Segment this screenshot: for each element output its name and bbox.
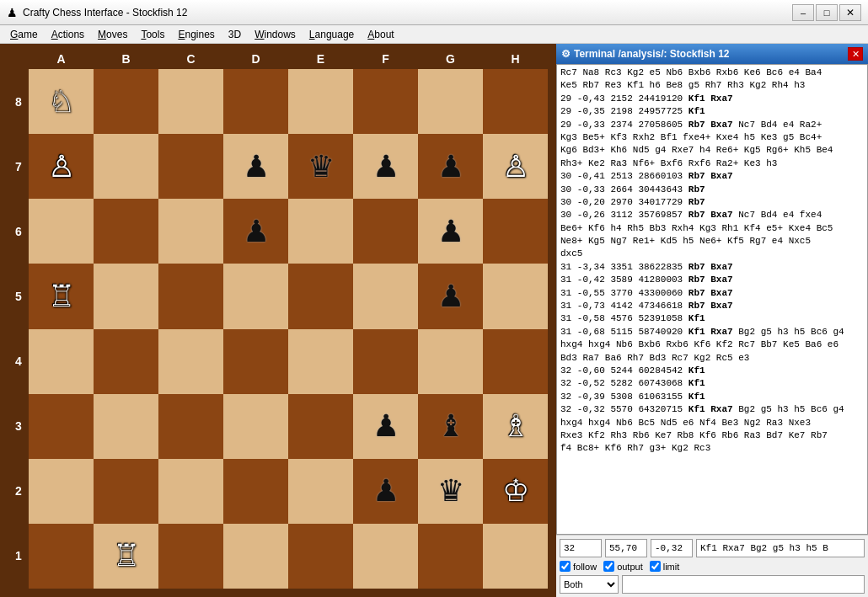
follow-checkbox[interactable] [560,561,571,572]
cell-b4[interactable] [94,329,158,394]
chess-board[interactable]: ♘♙♟♛♟♟♙♟♟♖♟♟♝♗♟♛♔♖ [29,69,548,589]
cell-b3[interactable] [94,394,158,459]
cell-d1[interactable] [223,524,288,589]
cell-b7[interactable] [94,134,158,199]
cell-a7[interactable]: ♙ [29,134,94,199]
cell-d3[interactable] [223,394,288,459]
cell-d8[interactable] [223,69,288,134]
piece-g2[interactable]: ♛ [437,476,464,506]
cell-f5[interactable] [353,264,418,328]
cell-b5[interactable] [94,264,158,328]
cell-f4[interactable] [353,329,418,394]
cell-h6[interactable] [483,199,548,264]
cell-g5[interactable]: ♟ [418,264,483,328]
piece-g3[interactable]: ♝ [437,411,464,441]
cell-g6[interactable]: ♟ [418,199,483,264]
piece-a5[interactable]: ♖ [48,281,75,312]
cell-g7[interactable]: ♟ [418,134,483,199]
cell-f7[interactable]: ♟ [353,134,418,199]
piece-h3[interactable]: ♗ [502,411,529,441]
cell-c4[interactable] [158,329,223,394]
cell-g2[interactable]: ♛ [418,459,483,524]
piece-d7[interactable]: ♟ [243,152,270,182]
cell-h2[interactable]: ♔ [483,459,548,524]
cell-d5[interactable] [223,264,288,328]
piece-f7[interactable]: ♟ [372,152,399,182]
cell-h1[interactable] [483,524,548,589]
piece-h7[interactable]: ♙ [502,152,529,182]
cell-c7[interactable] [158,134,223,199]
cell-c5[interactable] [158,264,223,328]
piece-a7[interactable]: ♙ [48,152,75,182]
side-select[interactable]: Both White Black [560,575,619,594]
menu-tools[interactable]: Tools [134,27,171,42]
cell-f1[interactable] [353,524,418,589]
piece-b1[interactable]: ♖ [113,541,140,571]
output-checkbox[interactable] [603,561,614,572]
move-text-input[interactable] [696,539,865,557]
maximize-button[interactable]: □ [816,4,838,21]
piece-h2[interactable]: ♔ [502,476,529,506]
depth-input[interactable] [560,539,602,557]
cell-d2[interactable] [223,459,288,524]
cell-a3[interactable] [29,394,94,459]
cell-e4[interactable] [288,329,353,394]
cell-c2[interactable] [158,459,223,524]
cell-b6[interactable] [94,199,158,264]
menu-language[interactable]: Language [303,27,361,42]
cell-g1[interactable] [418,524,483,589]
menu-3d[interactable]: 3D [222,27,248,42]
limit-checkbox-label[interactable]: limit [650,561,680,572]
menu-actions[interactable]: Actions [45,27,91,42]
cell-e1[interactable] [288,524,353,589]
piece-g7[interactable]: ♟ [437,152,464,182]
cell-b1[interactable]: ♖ [94,524,158,589]
piece-d6[interactable]: ♟ [243,216,270,247]
cell-h3[interactable]: ♗ [483,394,548,459]
cell-e5[interactable] [288,264,353,328]
cell-b2[interactable] [94,459,158,524]
score-input[interactable] [651,539,693,557]
cell-c1[interactable] [158,524,223,589]
cell-a4[interactable] [29,329,94,394]
cell-e8[interactable] [288,69,353,134]
cell-a1[interactable] [29,524,94,589]
cell-f2[interactable]: ♟ [353,459,418,524]
cell-a5[interactable]: ♖ [29,264,94,328]
cell-h7[interactable]: ♙ [483,134,548,199]
cell-h4[interactable] [483,329,548,394]
command-input[interactable] [622,575,865,594]
cell-g3[interactable]: ♝ [418,394,483,459]
menu-engines[interactable]: Engines [171,27,221,42]
cell-g8[interactable] [418,69,483,134]
cell-f3[interactable]: ♟ [353,394,418,459]
menu-moves[interactable]: Moves [91,27,134,42]
cell-c8[interactable] [158,69,223,134]
cell-d4[interactable] [223,329,288,394]
cell-e7[interactable]: ♛ [288,134,353,199]
cell-h5[interactable] [483,264,548,328]
terminal-content[interactable]: Rc7 Na8 Rc3 Kg2 e5 Nb6 Bxb6 Rxb6 Ke6 Bc6… [556,64,868,535]
cell-c3[interactable] [158,394,223,459]
cell-a6[interactable] [29,199,94,264]
cell-h8[interactable] [483,69,548,134]
menu-about[interactable]: About [361,27,400,42]
piece-f3[interactable]: ♟ [372,411,399,441]
terminal-close-button[interactable]: ✕ [848,47,863,61]
close-button[interactable]: ✕ [839,4,861,21]
menu-windows[interactable]: Windows [248,27,303,42]
cell-c6[interactable] [158,199,223,264]
cell-e2[interactable] [288,459,353,524]
output-checkbox-label[interactable]: output [603,561,643,572]
follow-checkbox-label[interactable]: follow [560,561,597,572]
piece-g5[interactable]: ♟ [437,281,464,312]
cell-b8[interactable] [94,69,158,134]
cell-a8[interactable]: ♘ [29,69,94,134]
cell-e3[interactable] [288,394,353,459]
minimize-button[interactable]: – [792,4,814,21]
cell-f6[interactable] [353,199,418,264]
piece-f2[interactable]: ♟ [372,476,399,506]
limit-checkbox[interactable] [650,561,661,572]
time-input[interactable] [605,539,647,557]
piece-g6[interactable]: ♟ [437,216,464,247]
